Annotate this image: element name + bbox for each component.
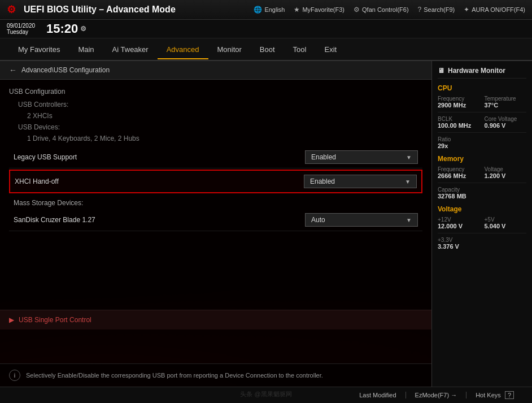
mem-capacity-value: 32768 MB bbox=[438, 193, 526, 200]
header-shortcuts: 🌐 English ★ MyFavorite(F3) ⚙ Qfan Contro… bbox=[254, 6, 525, 14]
usb-single-port-label: USB Single Port Control bbox=[19, 316, 91, 324]
breadcrumb-text: Advanced\USB Configuration bbox=[21, 66, 110, 74]
cpu-bclk-voltage-row: BCLK 100.00 MHz Core Voltage 0.906 V bbox=[438, 116, 526, 129]
legacy-usb-dropdown[interactable]: Enabled ▼ bbox=[305, 150, 418, 164]
header: ⚙ UEFI BIOS Utility – Advanced Mode 🌐 En… bbox=[0, 0, 532, 20]
usb-controllers-label: USB Controllers: bbox=[9, 99, 422, 110]
xhci-handoff-label: XHCI Hand-off bbox=[15, 177, 304, 185]
shortcut-qfan[interactable]: ⚙ Qfan Control(F6) bbox=[354, 6, 409, 14]
mem-capacity-stat: Capacity 32768 MB bbox=[438, 187, 526, 200]
mem-capacity-row: Capacity 32768 MB bbox=[438, 187, 526, 200]
config-list: USB Configuration USB Controllers: 2 XHC… bbox=[0, 80, 431, 310]
cpu-bclk-value: 100.00 MHz bbox=[438, 122, 480, 129]
datetime-bar: 09/01/2020 Tuesday 15:20 ⚙ bbox=[0, 20, 532, 38]
legacy-usb-row[interactable]: Legacy USB Support Enabled ▼ bbox=[9, 146, 422, 168]
cpu-ratio-label: Ratio bbox=[438, 136, 526, 142]
star-icon: ★ bbox=[294, 6, 300, 14]
monitor-icon: 🖥 bbox=[438, 67, 444, 75]
sandisk-dropdown[interactable]: Auto ▼ bbox=[305, 213, 418, 227]
cpu-freq-label: Frequency bbox=[438, 96, 480, 102]
search-icon: ? bbox=[418, 6, 422, 14]
mem-voltage-label: Voltage bbox=[485, 166, 527, 172]
content-panel: ← Advanced\USB Configuration USB Configu… bbox=[0, 61, 431, 387]
shortcut-search[interactable]: ? Search(F9) bbox=[418, 6, 455, 14]
xhci-handoff-dropdown[interactable]: Enabled ▼ bbox=[304, 175, 417, 188]
time-settings-icon[interactable]: ⚙ bbox=[80, 25, 86, 33]
cpu-temp-value: 37°C bbox=[485, 102, 527, 109]
cpu-frequency-stat: Frequency 2900 MHz bbox=[438, 96, 480, 109]
globe-icon: 🌐 bbox=[254, 6, 262, 14]
v33-value: 3.376 V bbox=[438, 243, 526, 250]
nav-ai-tweaker[interactable]: Ai Tweaker bbox=[103, 41, 158, 58]
cpu-ratio-value: 29x bbox=[438, 142, 526, 149]
usb-devices-value: 1 Drive, 4 Keyboards, 2 Mice, 2 Hubs bbox=[9, 133, 422, 144]
shortcut-aura[interactable]: ✦ AURA ON/OFF(F4) bbox=[464, 6, 525, 14]
hw-monitor-panel: 🖥 Hardware Monitor CPU Frequency 2900 MH… bbox=[431, 61, 532, 387]
cpu-core-voltage-value: 0.906 V bbox=[485, 122, 527, 129]
v33-stat: +3.3V 3.376 V bbox=[438, 237, 526, 250]
memory-section-title: Memory bbox=[438, 155, 526, 163]
main-area: ← Advanced\USB Configuration USB Configu… bbox=[0, 61, 532, 387]
last-modified-button[interactable]: Last Modified bbox=[350, 392, 405, 398]
nav-menu: My Favorites Main Ai Tweaker Advanced Mo… bbox=[0, 38, 532, 61]
v12-label: +12V bbox=[438, 216, 480, 223]
usb-config-title: USB Configuration bbox=[9, 84, 422, 99]
nav-monitor[interactable]: Monitor bbox=[208, 41, 251, 58]
usb-devices-label: USB Devices: bbox=[9, 122, 422, 133]
v12-v5-row: +12V 12.000 V +5V 5.040 V bbox=[438, 216, 526, 229]
shortcut-english[interactable]: 🌐 English bbox=[254, 6, 285, 14]
info-icon: i bbox=[9, 370, 20, 381]
ez-mode-button[interactable]: EzMode(F7) → bbox=[406, 392, 467, 398]
nav-exit[interactable]: Exit bbox=[315, 41, 346, 58]
fan-icon: ⚙ bbox=[354, 6, 360, 14]
cpu-core-voltage-label: Core Voltage bbox=[485, 116, 527, 122]
header-title: UEFI BIOS Utility – Advanced Mode bbox=[24, 5, 176, 15]
cpu-bclk-stat: BCLK 100.00 MHz bbox=[438, 116, 480, 129]
usb-controllers-value: 2 XHCIs bbox=[9, 110, 422, 122]
nav-my-favorites[interactable]: My Favorites bbox=[9, 41, 69, 58]
cpu-core-voltage-stat: Core Voltage 0.906 V bbox=[485, 116, 527, 129]
xhci-handoff-value: Enabled bbox=[310, 177, 335, 185]
legacy-usb-label: Legacy USB Support bbox=[14, 153, 305, 161]
cpu-ratio-row: Ratio 29x bbox=[438, 136, 526, 149]
info-text: Selectively Enable/Disable the correspon… bbox=[26, 372, 323, 379]
info-bar: i Selectively Enable/Disable the corresp… bbox=[0, 363, 431, 387]
back-arrow-icon[interactable]: ← bbox=[9, 66, 17, 75]
sandisk-row[interactable]: SanDisk Cruzer Blade 1.27 Auto ▼ bbox=[9, 209, 422, 231]
sandisk-label: SanDisk Cruzer Blade 1.27 bbox=[14, 216, 305, 224]
breadcrumb: ← Advanced\USB Configuration bbox=[0, 61, 431, 80]
voltage-section-title: Voltage bbox=[438, 205, 526, 213]
v5-stat: +5V 5.040 V bbox=[485, 216, 527, 229]
usb-single-port-expand-icon: ▶ bbox=[9, 316, 14, 324]
nav-tool[interactable]: Tool bbox=[284, 41, 316, 58]
mem-freq-value: 2666 MHz bbox=[438, 172, 480, 179]
nav-advanced[interactable]: Advanced bbox=[158, 41, 208, 59]
mem-freq-label: Frequency bbox=[438, 166, 480, 172]
v5-label: +5V bbox=[485, 216, 527, 223]
cpu-section-title: CPU bbox=[438, 84, 526, 92]
mem-voltage-value: 1.200 V bbox=[485, 172, 527, 179]
nav-boot[interactable]: Boot bbox=[251, 41, 284, 58]
date-display: 09/01/2020 bbox=[7, 23, 35, 29]
aura-icon: ✦ bbox=[464, 6, 469, 14]
v33-label: +3.3V bbox=[438, 237, 526, 243]
mass-storage-title: Mass Storage Devices: bbox=[9, 194, 422, 209]
v33-row: +3.3V 3.376 V bbox=[438, 237, 526, 250]
hot-keys-button[interactable]: Hot Keys ? bbox=[466, 392, 523, 398]
mem-voltage-stat: Voltage 1.200 V bbox=[485, 166, 527, 179]
time-display: 15:20 ⚙ bbox=[46, 21, 86, 36]
xhci-handoff-dropdown-arrow: ▼ bbox=[405, 179, 411, 185]
hw-monitor-title: 🖥 Hardware Monitor bbox=[438, 67, 526, 79]
cpu-freq-temp-row: Frequency 2900 MHz Temperature 37°C bbox=[438, 96, 526, 109]
cpu-ratio-stat: Ratio 29x bbox=[438, 136, 526, 149]
day-display: Tuesday bbox=[7, 29, 35, 35]
nav-main[interactable]: Main bbox=[69, 41, 103, 58]
shortcut-myfavorite[interactable]: ★ MyFavorite(F3) bbox=[294, 6, 345, 14]
ez-mode-arrow-icon: → bbox=[451, 392, 457, 398]
rog-logo: ⚙ bbox=[7, 3, 16, 16]
v5-value: 5.040 V bbox=[485, 223, 527, 229]
xhci-handoff-row[interactable]: XHCI Hand-off Enabled ▼ bbox=[9, 170, 422, 193]
usb-single-port-row[interactable]: ▶ USB Single Port Control bbox=[0, 310, 431, 330]
legacy-usb-dropdown-arrow: ▼ bbox=[406, 154, 412, 161]
cpu-temp-label: Temperature bbox=[485, 96, 527, 102]
